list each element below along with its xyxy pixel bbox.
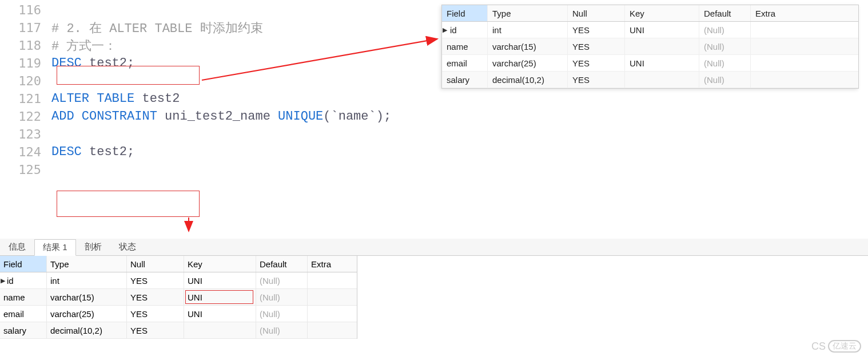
cell [308,272,355,288]
cell: (Null) [256,289,308,305]
highlight-cell-box [185,290,253,304]
cell: UNI [625,55,699,71]
line-number: 124 [0,145,51,159]
cell: (Null) [699,22,751,38]
highlight-box-2 [57,191,200,217]
cell: id [0,272,47,288]
code-content: ADD CONSTRAINT uni_test2_name UNIQUE(`na… [51,109,391,124]
cell: email [0,306,47,322]
cell: (Null) [699,72,751,88]
line-number: 118 [0,38,51,53]
code-line[interactable]: 125 [0,161,868,179]
cell: YES [127,289,184,305]
row-marker-icon: ▶ [443,26,447,34]
row-marker-icon: ▶ [1,277,5,284]
cell: UNI [184,272,256,288]
col-header[interactable]: Field [0,256,47,272]
table-row[interactable]: emailvarchar(25)YESUNI(Null) [442,55,858,72]
cell: (Null) [256,272,308,288]
col-header[interactable]: Null [568,5,625,21]
cell: (Null) [699,55,751,71]
col-header[interactable]: Extra [751,5,858,21]
col-header[interactable]: Extra [308,256,355,272]
cell [184,322,256,338]
col-header[interactable]: Key [184,256,256,272]
table-row[interactable]: emailvarchar(25)YESUNI(Null) [0,306,357,322]
code-content: # 方式一： [51,37,117,54]
table-row[interactable]: namevarchar(15)YESUNI(Null) [0,289,357,306]
line-number: 117 [0,21,51,35]
cell [751,72,858,88]
tab-3[interactable]: 状态 [110,239,145,255]
cell: (Null) [256,322,308,338]
cell [751,38,858,54]
cell: varchar(25) [488,55,568,71]
code-content: DESC test2; [51,56,134,70]
cell: UNI [184,306,256,322]
line-number: 119 [0,56,51,70]
col-header[interactable]: Field [442,5,488,21]
table-row[interactable]: idintYESUNI(Null)▶ [0,272,357,289]
cell: int [488,22,568,38]
tab-1[interactable]: 结果 1 [34,239,76,256]
float-table-header: FieldTypeNullKeyDefaultExtra [442,5,858,22]
cell: YES [127,306,184,322]
cell [308,289,355,305]
cell: varchar(25) [47,306,127,322]
result-tabs[interactable]: 信息结果 1剖析状态 [0,239,868,256]
cell [308,322,355,338]
cell [751,55,858,71]
cell: UNI [625,22,699,38]
table-row[interactable]: salarydecimal(10,2)YES(Null) [0,322,357,339]
cell: varchar(15) [47,289,127,305]
cell: decimal(10,2) [47,322,127,338]
cell: YES [568,72,625,88]
code-line[interactable]: 121ALTER TABLE test2 [0,90,868,108]
cell [625,72,699,88]
cell: email [442,55,488,71]
cell: (Null) [256,306,308,322]
cell: name [442,38,488,54]
cell: salary [0,322,47,338]
tab-0[interactable]: 信息 [0,239,34,255]
col-header[interactable]: Type [488,5,568,21]
cell [625,38,699,54]
result-table-body: idintYESUNI(Null)▶namevarchar(15)YESUNI(… [0,272,357,339]
result-table-header: FieldTypeNullKeyDefaultExtra [0,256,357,272]
code-content: DESC test2; [51,145,134,159]
code-line[interactable]: 123 [0,125,868,143]
line-number: 121 [0,92,51,106]
cell: name [0,289,47,305]
line-number: 125 [0,163,51,177]
col-header[interactable]: Null [127,256,184,272]
line-number: 116 [0,3,51,17]
col-header[interactable]: Type [47,256,127,272]
code-line[interactable]: 122ADD CONSTRAINT uni_test2_name UNIQUE(… [0,108,868,125]
code-content: ALTER TABLE test2 [51,92,180,106]
cell: salary [442,72,488,88]
tab-2[interactable]: 剖析 [76,239,110,255]
watermark-small: CS [811,341,826,353]
table-row[interactable]: salarydecimal(10,2)YES(Null) [442,72,858,88]
cell [308,306,355,322]
cell: (Null) [699,38,751,54]
cell: id [442,22,488,38]
cell: YES [568,55,625,71]
cell: YES [127,272,184,288]
code-line[interactable]: 124DESC test2; [0,143,868,161]
cell: YES [568,22,625,38]
col-header[interactable]: Default [699,5,751,21]
col-header[interactable]: Default [256,256,308,272]
table-row[interactable]: namevarchar(15)YES(Null) [442,38,858,55]
result-table[interactable]: FieldTypeNullKeyDefaultExtra idintYESUNI… [0,256,357,339]
watermark-brand: 亿速云 [828,340,861,353]
watermark: CS 亿速云 [811,340,861,353]
line-number: 122 [0,109,51,124]
float-table-body: idintYESUNI(Null)▶namevarchar(15)YES(Nul… [442,22,858,88]
col-header[interactable]: Key [625,5,699,21]
cell: decimal(10,2) [488,72,568,88]
table-row[interactable]: idintYESUNI(Null)▶ [442,22,858,38]
float-desc-table[interactable]: FieldTypeNullKeyDefaultExtra idintYESUNI… [441,5,859,89]
cell: YES [568,38,625,54]
cell: UNI [184,289,256,305]
